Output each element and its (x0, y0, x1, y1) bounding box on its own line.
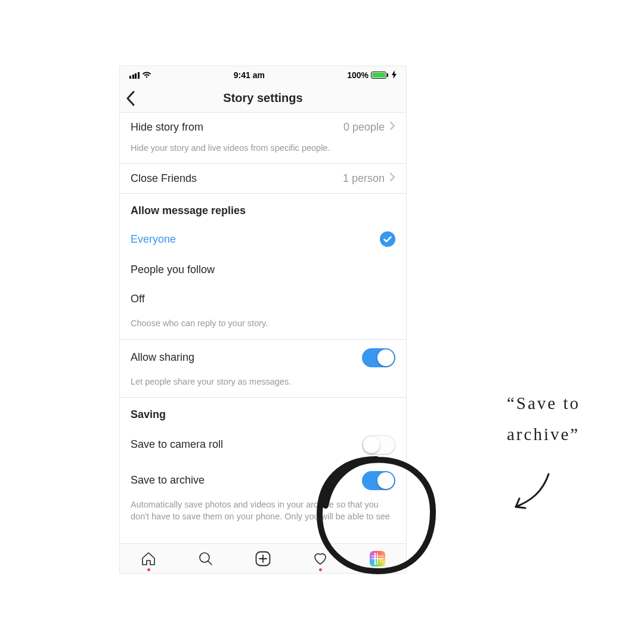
annotation-text: “Save to archive” (507, 388, 580, 450)
allow-sharing-helper: Let people share your story as messages. (120, 376, 406, 397)
close-friends-value: 1 person (343, 172, 385, 185)
chevron-right-icon (389, 172, 395, 185)
reply-option-off-label: Off (131, 293, 145, 305)
status-time: 9:41 am (234, 70, 265, 80)
tab-profile[interactable] (366, 551, 389, 566)
search-icon (198, 551, 213, 566)
reply-option-following[interactable]: People you follow (120, 255, 406, 284)
settings-content[interactable]: Hide story from 0 people Hide your story… (120, 113, 406, 543)
notification-dot-icon (376, 568, 379, 571)
notification-dot-icon (147, 568, 150, 571)
annotation-arrow-icon (510, 471, 558, 519)
reply-option-following-label: People you follow (131, 264, 215, 276)
hide-story-label: Hide story from (131, 121, 203, 134)
battery-icon (371, 72, 388, 79)
notification-dot-icon (319, 568, 322, 571)
wifi-icon (142, 72, 151, 79)
replies-section-title: Allow message replies (120, 194, 406, 223)
tab-bar (120, 543, 406, 573)
tab-home[interactable] (137, 551, 160, 566)
saving-section-title: Saving (120, 398, 406, 427)
annotation-line2: archive” (507, 419, 580, 450)
allow-sharing-toggle[interactable] (362, 348, 395, 367)
replies-helper: Choose who can reply to your story. (120, 314, 406, 339)
saving-helper: Automatically save photos and videos in … (120, 499, 406, 532)
phone-frame: 9:41 am 100% Story settings Hide story f… (119, 66, 407, 574)
charging-icon (392, 70, 397, 80)
save-camera-roll-toggle[interactable] (362, 435, 395, 454)
save-camera-roll-label: Save to camera roll (131, 438, 223, 451)
battery-percent: 100% (347, 70, 369, 80)
reply-option-everyone[interactable]: Everyone (120, 223, 406, 255)
cellular-signal-icon (129, 72, 140, 79)
heart-icon (312, 551, 328, 566)
profile-grid-icon (370, 551, 385, 566)
status-bar: 9:41 am 100% (120, 66, 406, 84)
tab-new-post[interactable] (251, 550, 275, 567)
close-friends-row[interactable]: Close Friends 1 person (120, 164, 406, 193)
allow-sharing-row: Allow sharing (120, 340, 406, 376)
back-button[interactable] (126, 84, 135, 112)
save-camera-roll-row: Save to camera roll (120, 427, 406, 463)
home-icon (141, 551, 156, 566)
tab-search[interactable] (194, 551, 218, 566)
tab-activity[interactable] (308, 551, 332, 566)
reply-option-everyone-label: Everyone (131, 233, 176, 246)
save-archive-toggle[interactable] (362, 471, 395, 490)
hide-story-helper: Hide your story and live videos from spe… (120, 142, 406, 163)
nav-header: Story settings (120, 84, 406, 113)
save-archive-label: Save to archive (131, 474, 205, 487)
reply-option-off[interactable]: Off (120, 284, 406, 314)
plus-square-icon (255, 550, 271, 567)
chevron-right-icon (389, 121, 395, 134)
page-title: Story settings (223, 91, 302, 105)
annotation-line1: “Save to (507, 388, 580, 419)
close-friends-label: Close Friends (131, 172, 197, 185)
hide-story-value: 0 people (343, 121, 385, 134)
allow-sharing-label: Allow sharing (131, 351, 194, 364)
save-archive-row: Save to archive (120, 463, 406, 499)
hide-story-row[interactable]: Hide story from 0 people (120, 113, 406, 142)
checkmark-icon (380, 231, 395, 247)
